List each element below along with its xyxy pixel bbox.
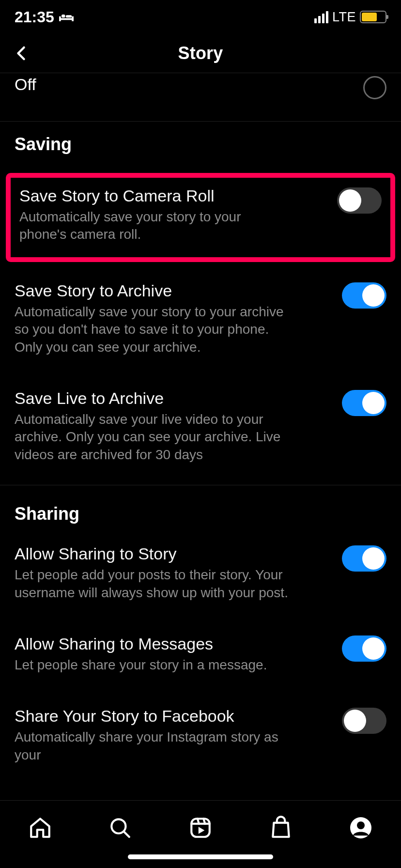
toggle-save-live-archive[interactable]	[342, 390, 386, 416]
status-bar-left: 21:35	[15, 8, 74, 26]
profile-icon	[349, 816, 372, 839]
setting-text: Share Your Story to Facebook Automatical…	[15, 707, 295, 764]
home-indicator[interactable]	[128, 854, 273, 859]
back-button[interactable]	[10, 41, 34, 65]
setting-label: Save Live to Archive	[15, 389, 295, 408]
home-icon	[28, 816, 52, 840]
status-bar: 21:35 LTE	[0, 0, 401, 34]
setting-save-camera-roll[interactable]: Save Story to Camera Roll Automatically …	[6, 173, 395, 262]
setting-desc: Automatically share your Instagram story…	[15, 728, 295, 764]
setting-text: Save Story to Archive Automatically save…	[15, 281, 295, 356]
section-title-saving: Saving	[0, 122, 401, 163]
setting-save-live-archive[interactable]: Save Live to Archive Automatically save …	[0, 372, 401, 480]
tab-search[interactable]	[106, 813, 135, 842]
radio-icon[interactable]	[363, 76, 386, 99]
setting-label: Allow Sharing to Story	[15, 544, 295, 563]
svg-rect-3	[62, 15, 65, 17]
setting-desc: Automatically save your story to your ar…	[15, 303, 295, 356]
setting-text: Allow Sharing to Story Let people add yo…	[15, 544, 295, 602]
toggle-allow-share-messages[interactable]	[342, 636, 386, 662]
setting-allow-share-story[interactable]: Allow Sharing to Story Let people add yo…	[0, 528, 401, 618]
status-time: 21:35	[15, 8, 54, 26]
setting-label: Share Your Story to Facebook	[15, 707, 295, 726]
svg-rect-1	[59, 16, 61, 21]
toggle-share-facebook[interactable]	[342, 708, 386, 734]
setting-label: Save Story to Camera Roll	[19, 186, 281, 205]
toggle-save-camera-roll[interactable]	[337, 187, 382, 214]
toggle-allow-share-story[interactable]	[342, 545, 386, 572]
bed-icon	[59, 12, 74, 22]
option-off-label: Off	[15, 75, 36, 94]
setting-text: Allow Sharing to Messages Let people sha…	[15, 635, 295, 674]
network-label: LTE	[332, 10, 356, 25]
setting-desc: Automatically save your story to your ph…	[19, 208, 281, 244]
tab-home[interactable]	[26, 813, 55, 842]
setting-text: Save Live to Archive Automatically save …	[15, 389, 295, 464]
status-bar-right: LTE	[314, 10, 386, 25]
setting-text: Save Story to Camera Roll Automatically …	[19, 186, 281, 244]
svg-rect-0	[59, 18, 74, 20]
nav-header: Story	[0, 34, 401, 73]
setting-save-archive[interactable]: Save Story to Archive Automatically save…	[0, 265, 401, 372]
setting-desc: Let people add your posts to their story…	[15, 566, 295, 602]
tab-reels[interactable]	[186, 813, 215, 842]
setting-share-facebook[interactable]: Share Your Story to Facebook Automatical…	[0, 690, 401, 764]
setting-label: Allow Sharing to Messages	[15, 635, 295, 653]
signal-icon	[314, 11, 328, 23]
svg-marker-11	[199, 827, 205, 834]
content-area: Off Saving Save Story to Camera Roll Aut…	[0, 73, 401, 764]
svg-line-6	[124, 832, 129, 837]
option-off-row[interactable]: Off	[0, 73, 401, 122]
svg-rect-7	[191, 819, 210, 837]
svg-point-13	[357, 822, 365, 829]
toggle-save-archive[interactable]	[342, 282, 386, 309]
section-saving: Saving Save Story to Camera Roll Automat…	[0, 122, 401, 485]
setting-allow-share-messages[interactable]: Allow Sharing to Messages Let people sha…	[0, 618, 401, 690]
tab-shop[interactable]	[266, 813, 295, 842]
svg-rect-4	[66, 15, 72, 17]
tab-bar	[0, 800, 401, 868]
setting-desc: Automatically save your live video to yo…	[15, 411, 295, 464]
setting-label: Save Story to Archive	[15, 281, 295, 300]
tab-profile[interactable]	[346, 813, 375, 842]
section-title-sharing: Sharing	[0, 485, 401, 528]
section-sharing: Sharing Allow Sharing to Story Let peopl…	[0, 485, 401, 764]
reels-icon	[188, 816, 213, 840]
search-icon	[108, 816, 132, 840]
setting-desc: Let people share your story in a message…	[15, 656, 295, 674]
page-title: Story	[178, 43, 223, 63]
battery-icon	[360, 11, 386, 23]
shop-icon	[269, 816, 293, 840]
svg-rect-2	[72, 16, 74, 21]
